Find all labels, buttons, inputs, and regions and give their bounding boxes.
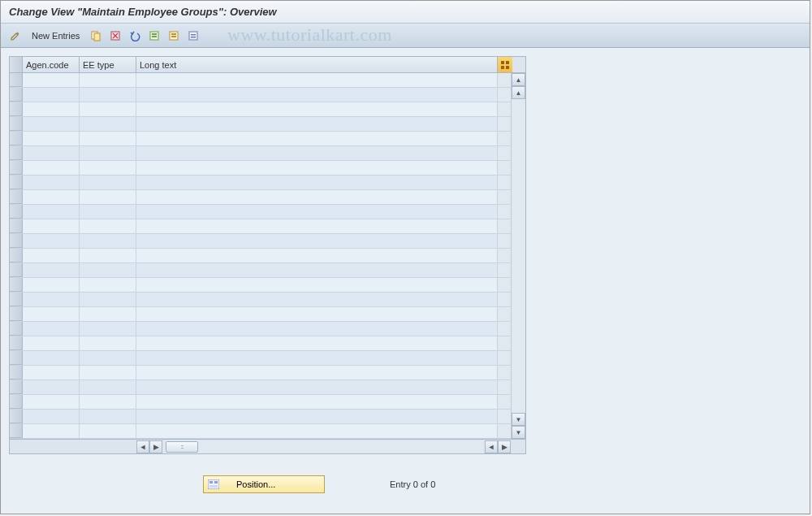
cell-agen-code[interactable]	[23, 102, 80, 116]
cell-ee-type[interactable]	[80, 102, 136, 116]
row-selector[interactable]	[10, 366, 23, 379]
deselect-all-icon[interactable]	[185, 28, 201, 44]
cell-long-text[interactable]	[136, 102, 498, 116]
table-row[interactable]	[10, 205, 525, 219]
table-row[interactable]	[10, 278, 525, 293]
cell-ee-type[interactable]	[80, 307, 136, 321]
table-row[interactable]	[10, 161, 525, 176]
cell-long-text[interactable]	[136, 322, 498, 336]
scroll-right-end-icon[interactable]: ▶	[498, 440, 511, 453]
cell-agen-code[interactable]	[23, 351, 80, 365]
cell-agen-code[interactable]	[23, 190, 80, 204]
table-row[interactable]	[10, 424, 525, 439]
cell-ee-type[interactable]	[80, 205, 136, 219]
scroll-down-icon[interactable]: ▼	[512, 426, 525, 439]
copy-icon[interactable]	[88, 28, 104, 44]
hscroll-track[interactable]	[164, 440, 483, 453]
col-header-long-text[interactable]: Long text	[136, 57, 498, 72]
hscroll-thumb[interactable]	[166, 441, 198, 453]
cell-ee-type[interactable]	[80, 410, 136, 423]
cell-agen-code[interactable]	[23, 410, 80, 423]
row-selector[interactable]	[10, 249, 23, 262]
scroll-down-step-icon[interactable]: ▼	[512, 413, 525, 426]
cell-long-text[interactable]	[136, 190, 498, 204]
select-block-icon[interactable]	[166, 28, 182, 44]
table-row[interactable]	[10, 395, 525, 410]
row-selector[interactable]	[10, 278, 23, 292]
table-row[interactable]	[10, 176, 525, 190]
cell-ee-type[interactable]	[80, 249, 136, 262]
table-row[interactable]	[10, 366, 525, 380]
row-selector[interactable]	[10, 205, 23, 219]
new-entries-button[interactable]: New Entries	[27, 31, 84, 41]
cell-agen-code[interactable]	[23, 205, 80, 219]
cell-long-text[interactable]	[136, 117, 498, 131]
row-selector[interactable]	[10, 410, 23, 423]
cell-agen-code[interactable]	[23, 366, 80, 379]
cell-agen-code[interactable]	[23, 234, 80, 248]
table-row[interactable]	[10, 146, 525, 161]
scroll-up-step-icon[interactable]: ▲	[512, 86, 525, 99]
col-header-ee-type[interactable]: EE type	[80, 57, 136, 72]
table-settings-icon[interactable]	[498, 57, 512, 72]
row-selector[interactable]	[10, 176, 23, 189]
position-button[interactable]: Position...	[203, 475, 325, 493]
cell-long-text[interactable]	[136, 293, 498, 306]
cell-ee-type[interactable]	[80, 380, 136, 394]
row-selector[interactable]	[10, 132, 23, 145]
cell-long-text[interactable]	[136, 73, 498, 87]
cell-ee-type[interactable]	[80, 263, 136, 277]
cell-long-text[interactable]	[136, 351, 498, 365]
table-row[interactable]	[10, 380, 525, 395]
cell-agen-code[interactable]	[23, 395, 80, 409]
cell-agen-code[interactable]	[23, 263, 80, 277]
cell-agen-code[interactable]	[23, 161, 80, 175]
table-row[interactable]	[10, 336, 525, 351]
row-selector[interactable]	[10, 102, 23, 116]
cell-ee-type[interactable]	[80, 146, 136, 160]
table-row[interactable]	[10, 102, 525, 117]
row-selector[interactable]	[10, 263, 23, 277]
cell-ee-type[interactable]	[80, 351, 136, 365]
cell-agen-code[interactable]	[23, 219, 80, 233]
row-selector[interactable]	[10, 146, 23, 160]
row-selector[interactable]	[10, 234, 23, 248]
cell-ee-type[interactable]	[80, 190, 136, 204]
delete-icon[interactable]	[107, 28, 123, 44]
cell-agen-code[interactable]	[23, 293, 80, 306]
cell-ee-type[interactable]	[80, 336, 136, 350]
row-selector[interactable]	[10, 219, 23, 233]
cell-ee-type[interactable]	[80, 117, 136, 131]
row-selector[interactable]	[10, 117, 23, 131]
row-selector[interactable]	[10, 322, 23, 336]
table-row[interactable]	[10, 351, 525, 366]
vertical-scrollbar[interactable]: ▲ ▲ ▼ ▼	[511, 73, 525, 439]
cell-agen-code[interactable]	[23, 146, 80, 160]
cell-agen-code[interactable]	[23, 322, 80, 336]
scroll-right-icon[interactable]: ◄	[485, 440, 498, 453]
table-row[interactable]	[10, 263, 525, 278]
cell-long-text[interactable]	[136, 176, 498, 189]
scroll-left-icon[interactable]: ▶	[149, 440, 162, 453]
undo-icon[interactable]	[127, 28, 143, 44]
cell-long-text[interactable]	[136, 366, 498, 379]
cell-ee-type[interactable]	[80, 278, 136, 292]
table-row[interactable]	[10, 234, 525, 249]
cell-agen-code[interactable]	[23, 132, 80, 145]
toggle-display-change-icon[interactable]	[7, 28, 24, 44]
cell-ee-type[interactable]	[80, 88, 136, 102]
select-all-icon[interactable]	[146, 28, 162, 44]
cell-ee-type[interactable]	[80, 322, 136, 336]
cell-agen-code[interactable]	[23, 249, 80, 262]
row-selector[interactable]	[10, 307, 23, 321]
cell-long-text[interactable]	[136, 234, 498, 248]
row-selector[interactable]	[10, 73, 23, 87]
table-row[interactable]	[10, 88, 525, 102]
cell-agen-code[interactable]	[23, 307, 80, 321]
cell-long-text[interactable]	[136, 424, 498, 438]
cell-long-text[interactable]	[136, 88, 498, 102]
row-selector-header[interactable]	[10, 57, 23, 72]
cell-ee-type[interactable]	[80, 366, 136, 379]
cell-long-text[interactable]	[136, 263, 498, 277]
table-row[interactable]	[10, 249, 525, 263]
